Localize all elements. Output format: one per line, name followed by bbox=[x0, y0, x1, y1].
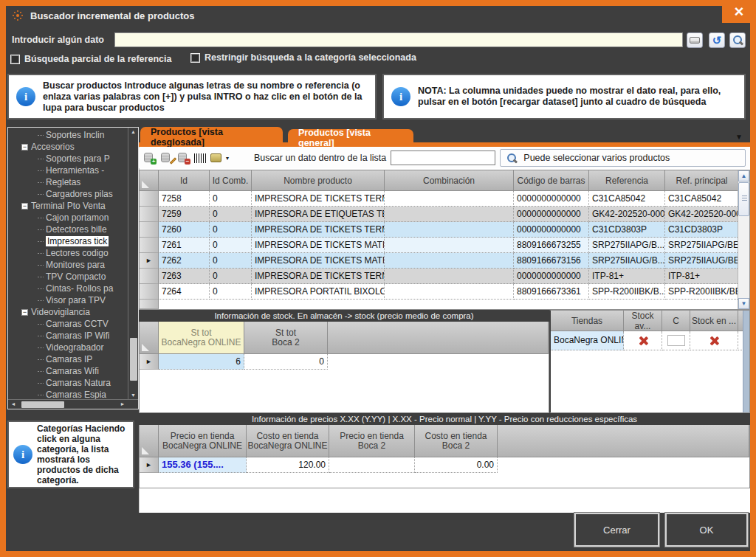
c-cell bbox=[662, 331, 690, 350]
stock-grid: St tot BocaNegra ONLINE St tot Boca 2 ► … bbox=[139, 322, 549, 413]
restrict-category-option: Restringir búsqueda a la categoría selec… bbox=[190, 52, 416, 63]
grid-corner bbox=[140, 425, 159, 457]
tree-item[interactable]: Camaras IP Wifi bbox=[8, 330, 128, 342]
tiendas-scrollbar[interactable] bbox=[743, 311, 749, 413]
column-header-barcode[interactable]: Código de barras bbox=[514, 170, 589, 191]
scrollbar-thumb[interactable] bbox=[738, 182, 749, 216]
tree-item[interactable]: Lectores codigo bbox=[8, 247, 128, 259]
tree-item[interactable]: Camaras IP bbox=[8, 353, 128, 365]
search-input[interactable] bbox=[114, 32, 683, 47]
edit-record-icon[interactable] bbox=[160, 152, 173, 164]
column-header-referencia[interactable]: Referencia bbox=[589, 170, 665, 191]
search-help-text: Buscar productos Introduce algunas letra… bbox=[43, 80, 368, 114]
tree-item[interactable]: TPV Compacto bbox=[8, 271, 128, 283]
column-header-idcomb[interactable]: Id Comb. bbox=[210, 170, 252, 191]
price-row[interactable]: ► 155.36 (155.... 120.00 0.00 bbox=[140, 457, 749, 473]
stock-column-tienda2[interactable]: St tot Boca 2 bbox=[244, 322, 328, 354]
keyboard-button[interactable] bbox=[687, 32, 703, 48]
tiendas-column-stock-av[interactable]: Stock av... bbox=[624, 311, 662, 331]
ok-button[interactable]: OK bbox=[665, 513, 748, 547]
tree-vertical-scrollbar[interactable]: ▲ ▼ bbox=[128, 128, 138, 400]
product-row[interactable]: 72630 IMPRESORA DE TICKETS TERMI... 0000… bbox=[140, 269, 749, 284]
tree-item[interactable]: −Terminal Pto Venta bbox=[8, 200, 128, 212]
partial-search-label: Búsqueda parcial de la referencia bbox=[24, 54, 171, 64]
cost-column-tienda1[interactable]: Costo en tienda BocaNegra ONLINE bbox=[247, 425, 329, 457]
tree-item[interactable]: Cajon portamon bbox=[8, 212, 128, 224]
c-checkbox[interactable] bbox=[667, 335, 685, 346]
tree-horizontal-scrollbar[interactable]: ◄ ► bbox=[8, 399, 138, 409]
toolbar-dropdown-icon[interactable]: ▾ bbox=[226, 155, 229, 162]
tree-item[interactable]: −Accesorios bbox=[8, 141, 128, 153]
tree-item[interactable]: Camaras Natura bbox=[8, 377, 128, 389]
stock-row[interactable]: ► 6 0 bbox=[140, 354, 549, 370]
price-column-tienda1[interactable]: Precio en tienda BocaNegra ONLINE bbox=[159, 425, 247, 457]
collapse-icon[interactable]: − bbox=[21, 309, 28, 316]
red-x-icon bbox=[709, 336, 719, 346]
products-vertical-scrollbar[interactable]: ▲ ▼ bbox=[738, 170, 749, 309]
column-header-nombre[interactable]: Nombre producto bbox=[252, 170, 385, 191]
price-column-tienda2[interactable]: Precio en tienda Boca 2 bbox=[329, 425, 415, 457]
tree-item[interactable]: Visor para TPV bbox=[8, 294, 128, 306]
collapse-icon[interactable]: − bbox=[21, 203, 28, 210]
magnifier-icon bbox=[506, 153, 518, 164]
product-row[interactable]: 72580 IMPRESORA DE TICKETS TERMI... 0000… bbox=[140, 191, 749, 207]
delete-record-icon[interactable]: − bbox=[177, 152, 190, 164]
scrollbar-thumb[interactable] bbox=[130, 338, 137, 381]
add-record-icon[interactable]: + bbox=[143, 152, 156, 164]
tree-item[interactable]: Detectores bille bbox=[8, 224, 128, 235]
tienda-row[interactable]: BocaNegra ONLINE bbox=[551, 331, 749, 350]
scroll-up-icon[interactable]: ▲ bbox=[738, 170, 749, 181]
tree-item[interactable]: Cintas- Rollos pa bbox=[8, 283, 128, 294]
product-row[interactable]: 72640 IMPRESORA PORTATIL BIXOLO... 88091… bbox=[140, 284, 749, 300]
tree-item[interactable]: Herramientas - bbox=[8, 165, 128, 176]
tree-item[interactable]: Soportes Inclin bbox=[8, 129, 128, 141]
cash-register-icon[interactable] bbox=[210, 153, 221, 162]
product-row-selected[interactable]: 72610 IMPRESORA DE TICKETS MATRI... 8809… bbox=[140, 238, 749, 253]
collapse-icon[interactable]: − bbox=[21, 144, 28, 151]
note-text: NOTA: La columna unidades puede no mostr… bbox=[418, 86, 737, 108]
barcode-icon[interactable] bbox=[194, 153, 206, 163]
find-input[interactable] bbox=[391, 151, 495, 165]
tiendas-column-tiendas[interactable]: Tiendas bbox=[551, 311, 624, 331]
product-row-selected[interactable]: 72600 IMPRESORA DE TICKETS TERMI... 0000… bbox=[140, 222, 749, 238]
tree-item[interactable]: Soportes para P bbox=[8, 153, 128, 165]
tab-overflow-icon[interactable]: ▼ bbox=[735, 133, 743, 141]
scroll-right-icon[interactable]: ► bbox=[117, 400, 128, 409]
column-header-id[interactable]: Id bbox=[159, 170, 210, 191]
tab-productos-general[interactable]: Productos [vista general] bbox=[288, 129, 413, 147]
restrict-category-label: Restringir búsqueda a la categoría selec… bbox=[205, 52, 416, 63]
tree-item[interactable]: Videograbador bbox=[8, 342, 128, 353]
tree-item[interactable]: Camaras Wifi bbox=[8, 365, 128, 377]
tree-item[interactable]: Camaras Espia bbox=[8, 389, 128, 399]
reload-dataset-button[interactable]: ↺ bbox=[709, 32, 725, 48]
tree-item[interactable]: Regletas bbox=[8, 176, 128, 188]
scrollbar-thumb[interactable] bbox=[21, 401, 64, 408]
tree-item[interactable]: Cargadores pilas bbox=[8, 188, 128, 200]
restrict-category-checkbox[interactable] bbox=[190, 53, 200, 63]
tree-item[interactable]: Monitores para bbox=[8, 259, 128, 271]
product-row[interactable]: 72590 IMPRESORA DE ETIQUETAS TE... 00000… bbox=[140, 207, 749, 222]
tiendas-column-stock-en[interactable]: Stock en ... bbox=[690, 311, 738, 331]
dialog-window: Buscador incremental de productos Introd… bbox=[0, 0, 756, 557]
tab-productos-desglosada[interactable]: Productos [vista desglosada] bbox=[140, 127, 283, 147]
info-icon: i bbox=[13, 445, 32, 464]
close-button[interactable]: × bbox=[722, 0, 756, 23]
column-header-combinacion[interactable]: Combinación bbox=[385, 170, 514, 191]
partial-search-checkbox[interactable] bbox=[10, 55, 20, 64]
tree-item[interactable]: −Videovigilancia bbox=[8, 306, 128, 318]
tree-item[interactable]: Camaras CCTV bbox=[8, 318, 128, 330]
product-row-current[interactable]: ► 72620 IMPRESORA DE TICKETS MATRI... 88… bbox=[140, 253, 749, 269]
tienda-name: BocaNegra ONLINE bbox=[551, 331, 624, 350]
scroll-left-icon[interactable]: ◄ bbox=[8, 400, 18, 409]
tree-item-selected[interactable]: Impresoras tick bbox=[8, 235, 128, 247]
dialog-body: Buscador incremental de productos Introd… bbox=[6, 6, 750, 551]
cost-column-tienda2[interactable]: Costo en tienda Boca 2 bbox=[415, 425, 498, 457]
cerrar-button[interactable]: Cerrar bbox=[574, 513, 659, 547]
stock-column-tienda1[interactable]: St tot BocaNegra ONLINE bbox=[159, 322, 244, 354]
search-lens-button[interactable] bbox=[729, 32, 746, 48]
multiselect-button[interactable]: Puede seleccionar varios productos bbox=[500, 149, 746, 167]
scroll-down-icon[interactable]: ▼ bbox=[738, 298, 749, 309]
column-header-refprincipal[interactable]: Ref. principal bbox=[665, 170, 739, 191]
tiendas-column-c[interactable]: C bbox=[662, 311, 690, 331]
scroll-up-icon[interactable]: ▲ bbox=[128, 128, 138, 136]
